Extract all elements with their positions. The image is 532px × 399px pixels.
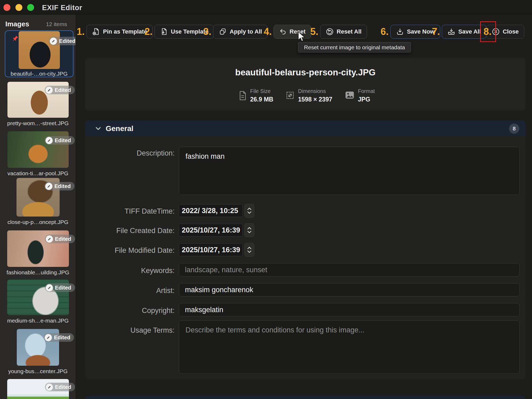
minimize-window-button[interactable] [15, 4, 22, 11]
file-created-stepper[interactable] [244, 223, 254, 237]
filename-label: vacation-ti…ar-pool.JPG [0, 170, 76, 177]
filename-label: young-bus…center.JPG [0, 368, 76, 374]
close-window-button[interactable] [3, 4, 10, 11]
annotation-number-7: 7. [432, 25, 440, 39]
stepper-up-icon [247, 207, 251, 210]
sidebar-item-pretty-woman[interactable]: Edited pretty-wom…-street.JPG [0, 82, 76, 127]
image-thumbnail: Edited [17, 329, 59, 366]
edited-badge: Edited [44, 333, 74, 342]
sidebar-item-beautiful-belarus[interactable]: Edited beautiful-…on-city.JPG [5, 30, 73, 77]
save-all-button[interactable]: Save All [442, 25, 486, 39]
general-section-header[interactable]: General 8 [85, 121, 526, 136]
file-modified-field[interactable]: 2025/10/27, 16:39 [179, 243, 243, 256]
artist-label: Artist: [85, 287, 175, 295]
zoom-window-button[interactable] [27, 4, 34, 11]
reset-all-button[interactable]: Reset All [320, 25, 367, 39]
filename-label: medium-sh…e-man.JPG [0, 317, 76, 324]
apply-to-all-button[interactable]: Apply to All [213, 25, 267, 39]
tiff-datetime-field[interactable]: 2022/ 3/28, 10:25 [179, 204, 243, 217]
description-label: Description: [85, 149, 175, 157]
download-icon [396, 28, 404, 36]
sidebar-title: Images [5, 20, 29, 28]
exif-editor-window: EXIF Editor Images 12 items [0, 0, 532, 399]
filename-label: close-up-p…oncept.JPG [0, 219, 76, 225]
toolbar-group-3: 3. Apply to All [203, 25, 267, 39]
sidebar-item-medium-shot[interactable]: Edited medium-sh…e-man.JPG [0, 280, 76, 324]
file-created-label: File Created Date: [85, 227, 175, 235]
general-section: General 8 Description: fashion man TIFF … [85, 121, 526, 380]
pencil-icon [46, 235, 53, 243]
copyright-input[interactable] [179, 303, 520, 316]
annotation-number-1: 1. [77, 25, 85, 39]
dimensions-label: Dimensions [298, 88, 332, 94]
pin-icon [10, 35, 19, 45]
image-format-icon [345, 91, 354, 103]
titlebar: EXIF Editor [0, 0, 532, 15]
annotation-number-3: 3. [203, 25, 211, 39]
annotation-number-5: 5. [310, 25, 318, 39]
filename-label: pretty-wom…-street.JPG [0, 120, 76, 127]
window-title: EXIF Editor [42, 4, 82, 12]
copy-icon [219, 28, 227, 36]
tiff-datetime-stepper[interactable] [244, 204, 254, 218]
file-header-card: beautiful-belarus-person-city.JPG File S… [85, 58, 526, 111]
description-input[interactable]: fashion man [179, 147, 520, 195]
save-all-tray-icon [447, 28, 455, 36]
stepper-up-icon [247, 227, 251, 230]
edited-badge: Edited [45, 283, 75, 292]
file-size-value: 26.9 MB [250, 96, 273, 103]
pencil-icon [46, 384, 53, 391]
reset-all-icon [326, 28, 334, 36]
pencil-icon [45, 334, 52, 341]
file-created-field[interactable]: 2025/10/27, 16:39 [179, 224, 243, 237]
chevron-down-icon [95, 127, 101, 131]
file-icon [238, 91, 247, 103]
image-thumbnail: Edited [7, 379, 69, 399]
dimensions-value: 1598 × 2397 [298, 96, 332, 103]
image-thumbnail: Edited [7, 82, 69, 118]
pencil-icon [46, 87, 53, 94]
mouse-cursor [297, 31, 306, 43]
dimensions-icon [286, 91, 295, 103]
pencil-icon [50, 38, 57, 45]
copyright-label: Copyright: [85, 307, 175, 315]
pencil-icon [46, 284, 53, 291]
toolbar-group-1: 1. Pin as Template [77, 25, 153, 39]
dimensions-meta: Dimensions 1598 × 2397 [286, 88, 332, 103]
file-size-meta: File Size 26.9 MB [238, 88, 273, 103]
file-modified-stepper[interactable] [244, 243, 254, 257]
toolbar-group-5: 5. Reset All [310, 25, 367, 39]
filename-label: beautiful-…on-city.JPG [5, 71, 73, 77]
filename-label: fashionable…uilding.JPG [0, 269, 76, 276]
sidebar-item-count: 12 items [46, 21, 67, 27]
image-thumbnail: Edited [7, 230, 69, 267]
image-thumbnail: Edited [7, 131, 69, 168]
sidebar-item-young-business[interactable]: Edited young-bus…center.JPG [0, 329, 76, 374]
toolbar-group-6: 6. Save Now [381, 25, 440, 39]
stepper-down-icon [247, 211, 251, 214]
pin-template-icon [92, 28, 100, 36]
section-title: General [106, 124, 133, 133]
red-annotation-box [480, 21, 496, 42]
sidebar-item-landscape[interactable]: Edited [0, 379, 76, 399]
artist-input[interactable] [179, 283, 520, 296]
pencil-icon [45, 183, 52, 190]
format-label: Format [358, 88, 375, 94]
use-template-icon [160, 28, 168, 36]
undo-icon [279, 28, 287, 35]
next-section-bar[interactable] [85, 396, 526, 399]
pencil-icon [46, 137, 53, 144]
toolbar-group-7: 7. Save All [432, 25, 486, 39]
reset-tooltip: Reset current image to original metadata [298, 42, 411, 52]
sidebar-item-vacation[interactable]: Edited vacation-ti…ar-pool.JPG [0, 131, 76, 177]
sidebar-item-fashionable[interactable]: Edited fashionable…uilding.JPG [0, 230, 76, 276]
keywords-input[interactable] [179, 263, 520, 276]
pin-as-template-button[interactable]: Pin as Template [86, 25, 153, 39]
usage-terms-label: Usage Terms: [85, 326, 175, 335]
sidebar-item-close-up[interactable]: Edited close-up-p…oncept.JPG [0, 178, 76, 225]
image-thumbnail: Edited [7, 280, 69, 315]
format-value: JPG [358, 96, 375, 103]
usage-terms-input[interactable] [179, 320, 520, 374]
edited-badge: Edited [44, 182, 75, 190]
current-filename: beautiful-belarus-person-city.JPG [85, 67, 526, 78]
